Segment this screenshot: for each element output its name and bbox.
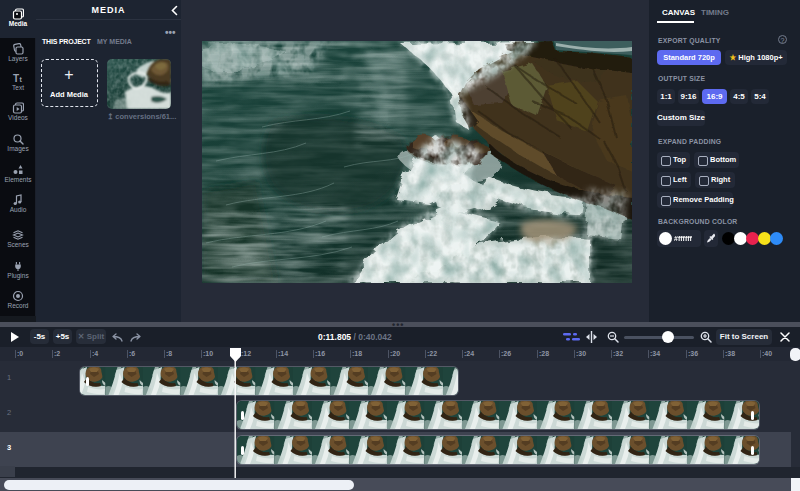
svg-text:T: T (13, 73, 19, 84)
svg-text:t: t (20, 76, 23, 83)
